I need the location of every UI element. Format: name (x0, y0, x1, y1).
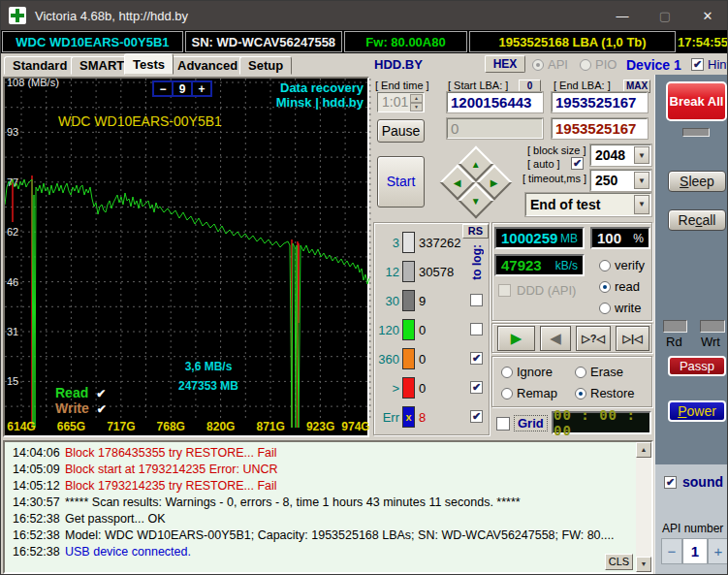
back-button[interactable]: ◀ (540, 326, 571, 351)
log-message: USB device connected. (65, 545, 191, 559)
speed-display: 47923 kB/s (494, 254, 585, 276)
y-axis-label: 62 (7, 226, 18, 238)
window-title: Victoria 4.68b, http://hdd.by (35, 9, 188, 23)
drive-capacity: 1953525168 LBA (1,0 Tb) (469, 31, 676, 52)
api-number-value: 1 (682, 538, 708, 564)
speed-graph: 108 (MB/s)937762463115 614G665G717G768G8… (3, 77, 369, 437)
log-line: 14:04:06Block 1786435355 try RESTORE... … (5, 446, 625, 460)
start-button[interactable]: Start (377, 156, 425, 208)
drive-firmware: Fw: 80.00A80 (344, 31, 467, 52)
end-action-select[interactable]: End of test▼ (525, 193, 651, 216)
end-lba-label: [ End LBA: ] (554, 80, 611, 91)
zoom-level-value: 9 (173, 81, 192, 96)
counter-log-checkbox[interactable]: ✔ (470, 410, 483, 423)
end-time-spinner[interactable]: 1:01 ▲▼ (377, 92, 425, 112)
tab-standard[interactable]: Standard (4, 56, 76, 75)
counter-swatch: x (402, 406, 415, 428)
recall-button[interactable]: Recall (668, 209, 726, 231)
arrow-left-icon: ◀ (454, 176, 461, 187)
verify-radio[interactable]: verify (599, 258, 645, 272)
play-button[interactable]: ▶ (497, 326, 535, 351)
power-label: ower (686, 403, 715, 419)
counter-log-checkbox[interactable] (470, 323, 483, 335)
api-radio[interactable]: API (532, 57, 568, 72)
hints-checkbox[interactable]: ✔ Hints (691, 57, 728, 72)
power-button[interactable]: Power (668, 400, 726, 422)
y-axis-label: 46 (7, 276, 18, 288)
timeout-select[interactable]: 250▼ (590, 170, 651, 191)
passport-button[interactable]: Passp (668, 356, 726, 376)
grid-checkbox[interactable] (496, 417, 510, 431)
counter-value: 0 (419, 352, 426, 367)
log-panel: 14:04:06Block 1786435355 try RESTORE... … (3, 440, 653, 574)
log-time: 14:30:57 (5, 495, 65, 509)
max-button[interactable]: MAX (623, 80, 650, 93)
tabbar: Standard SMART Tests Advanced Setup HDD.… (1, 53, 728, 75)
rs-button[interactable]: RS (462, 224, 489, 239)
log-line: 14:05:09Block start at 1793214235 Error:… (5, 463, 625, 476)
x-axis-label: 871G (256, 420, 284, 433)
erase-radio[interactable]: Erase (575, 365, 623, 379)
seek-error-button[interactable]: ▷?◁ (576, 326, 611, 351)
tab-setup[interactable]: Setup (239, 56, 292, 75)
minimize-icon[interactable]: — (601, 9, 644, 23)
counter-value: 0 (419, 323, 426, 337)
counter-value: 30578 (419, 265, 454, 279)
tab-advanced[interactable]: Advanced (169, 56, 246, 75)
write-radio[interactable]: write (599, 301, 641, 315)
dropdown-icon: ▼ (634, 195, 649, 214)
scroll-up-icon[interactable]: ▲ (636, 442, 651, 458)
write-led (700, 320, 725, 333)
seek-end-button[interactable]: ▷|◁ (616, 326, 649, 351)
end-lba-input[interactable]: 1953525167 (552, 92, 648, 112)
log-message: Block start at 1793214235 Error: UNCR (65, 463, 278, 476)
drive-serial: SN: WD-WCAV56247558 (185, 31, 342, 52)
x-axis-label: 768G (157, 420, 185, 433)
zero-button[interactable]: 0 (519, 80, 541, 93)
sound-checkbox[interactable]: ✔ sound (664, 474, 723, 490)
log-time: 14:05:09 (5, 463, 65, 476)
zoom-out-button[interactable]: − (153, 81, 173, 96)
counter-value: 8 (419, 410, 426, 425)
playback-panel: ▶ ◀ ▷?◁ ▷|◁ (491, 323, 652, 353)
restore-radio[interactable]: Restore (575, 386, 635, 400)
auto-checkbox[interactable]: ✔ (571, 157, 584, 170)
counter-log-checkbox[interactable] (470, 294, 483, 306)
legend-write: Write✔ (55, 400, 107, 416)
x-axis-label: 665G (57, 420, 85, 433)
log-time: 16:52:38 (5, 512, 65, 526)
log-message: ***** Scan results: Warnings - 0, errors… (65, 495, 521, 509)
log-message: Block 1793214235 try RESTORE... Fail (65, 479, 277, 493)
start-lba-input[interactable]: 1200156443 (447, 92, 543, 112)
clock: 17:54:55 (678, 31, 728, 52)
counter-label: 360 (376, 352, 399, 367)
zoom-in-button[interactable]: + (192, 81, 211, 96)
watermark: Data recovery Minsk | hdd.by (276, 80, 364, 110)
pio-radio[interactable]: PIO (580, 57, 617, 72)
x-axis-label: 974G (341, 420, 369, 433)
read-radio[interactable]: read (599, 279, 640, 294)
scroll-down-icon[interactable]: ▼ (636, 557, 651, 572)
tab-tests[interactable]: Tests (124, 53, 174, 75)
maximize-icon[interactable]: ▢ (644, 9, 686, 23)
dropdown-icon: ▼ (634, 146, 649, 164)
counter-label: 30 (376, 294, 399, 308)
api-plus-button[interactable]: + (708, 538, 728, 564)
ignore-radio[interactable]: Ignore (501, 365, 553, 379)
counter-log-checkbox[interactable]: ✔ (470, 381, 483, 394)
graph-current-speed: 3,6 MB/s (150, 360, 267, 373)
remap-radio[interactable]: Remap (501, 386, 557, 400)
close-icon[interactable]: ✕ (686, 9, 728, 23)
break-all-button[interactable]: Break All (666, 81, 727, 121)
block-size-select[interactable]: 2048▼ (590, 144, 651, 166)
hex-button[interactable]: HEX (485, 55, 525, 73)
counter-log-checkbox[interactable]: ✔ (470, 352, 483, 365)
sleep-button[interactable]: Sleep (668, 171, 726, 192)
pause-button[interactable]: Pause (377, 119, 425, 143)
api-minus-button[interactable]: − (661, 538, 682, 564)
cls-button[interactable]: CLS (605, 554, 633, 570)
read-check-icon: ✔ (96, 387, 106, 400)
y-axis-label: 77 (7, 176, 18, 188)
log-scrollbar[interactable]: ▲ ▼ (636, 442, 651, 572)
log-message: Model: WDC WD10EARS-00Y5B1; Capacity: 19… (65, 528, 614, 542)
